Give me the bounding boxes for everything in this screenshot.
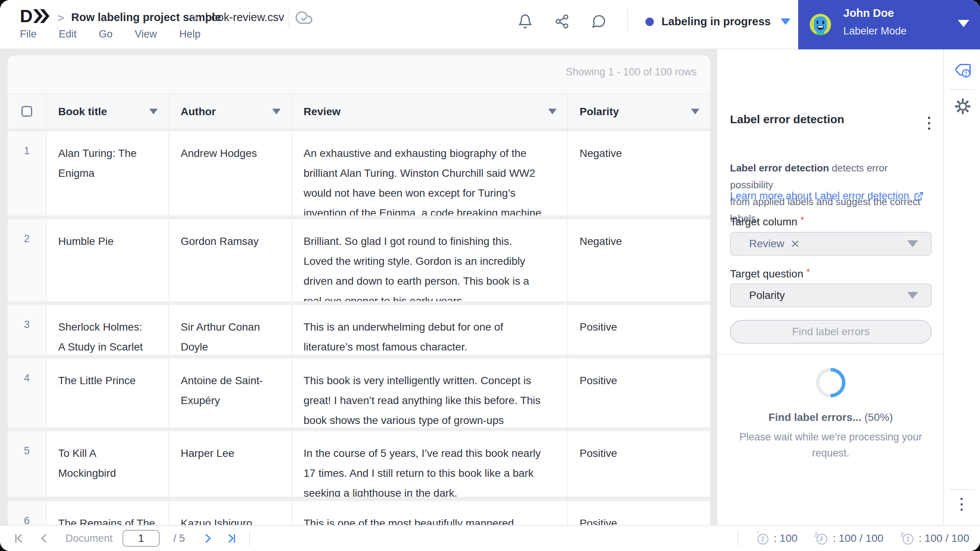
menu-edit[interactable]: Edit	[59, 28, 77, 40]
column-label: Author	[181, 106, 216, 118]
document-pager: Document / 5	[13, 526, 250, 551]
cell-book-title[interactable]: Humble Pie	[46, 219, 168, 301]
row-number: 1	[8, 131, 46, 215]
status-dot	[645, 18, 654, 26]
filter-caret-icon[interactable]	[272, 109, 281, 114]
cell-review[interactable]: This is an underwhelming debut for one o…	[291, 305, 567, 355]
menu-file[interactable]: File	[20, 28, 37, 40]
target-column-chip: Review	[749, 238, 784, 250]
cell-polarity[interactable]: Positive	[567, 501, 710, 525]
rail-divider	[949, 89, 975, 90]
cell-review[interactable]: Brilliant. So glad I got round to finish…	[291, 219, 567, 301]
menu-help[interactable]: Help	[179, 28, 201, 40]
user-caret-icon	[958, 20, 969, 27]
table-row: 4 The Little Prince Antoine de Saint- Ex…	[8, 359, 710, 427]
cell-polarity[interactable]: Positive	[567, 305, 710, 355]
rail-divider	[949, 489, 975, 490]
status-label: Labeling in progress	[662, 15, 771, 28]
select-all-checkbox[interactable]	[21, 106, 32, 117]
column-header-review[interactable]: Review	[291, 95, 567, 129]
logo-d-glyph: D	[20, 8, 33, 24]
logo-chevrons-icon	[33, 9, 50, 23]
row-number: 2	[8, 219, 46, 301]
cell-book-title[interactable]: The Remains of The	[46, 501, 168, 525]
cell-polarity[interactable]: Negative	[567, 131, 710, 215]
svg-text:Σ: Σ	[761, 536, 765, 543]
column-header-polarity[interactable]: Polarity	[567, 95, 710, 129]
filter-caret-icon[interactable]	[548, 109, 557, 114]
table-header-row: Book title Author Review Polarity	[8, 94, 710, 129]
progress-percent: (50%)	[861, 411, 893, 423]
cell-review[interactable]: This is one of the most beautifully mann…	[291, 501, 567, 525]
menu-view[interactable]: View	[135, 28, 157, 40]
cell-book-title[interactable]: The Little Prince	[46, 359, 168, 427]
required-asterisk: *	[806, 267, 810, 277]
menu-go[interactable]: Go	[99, 28, 113, 40]
top-icon-group	[518, 14, 606, 29]
rail-kebab-icon[interactable]	[960, 498, 963, 511]
top-bar: D > Row labeling project sample > book-r…	[0, 0, 980, 49]
comments-icon[interactable]	[591, 14, 606, 29]
panel-divider	[717, 354, 944, 354]
cell-author[interactable]: Andrew Hodges	[168, 131, 291, 215]
notifications-bell-icon[interactable]	[518, 14, 533, 29]
target-column-label: Target column*	[730, 215, 804, 228]
cell-polarity[interactable]: Positive	[567, 359, 710, 427]
row-number: 4	[8, 359, 46, 427]
find-label-errors-button[interactable]: Find label errors	[730, 320, 932, 344]
cell-review[interactable]: An exhaustive and exhausting biography o…	[291, 131, 567, 215]
status-dropdown[interactable]: Labeling in progress	[645, 15, 791, 28]
cell-review[interactable]: In the course of 5 years, I’ve read this…	[291, 431, 567, 497]
breadcrumb-project[interactable]: Row labeling project sample	[71, 11, 221, 24]
cell-author[interactable]: Harper Lee	[168, 431, 291, 497]
column-label: Book title	[58, 106, 107, 118]
column-header-book-title[interactable]: Book title	[46, 95, 168, 129]
svg-text:T: T	[756, 531, 760, 535]
user-panel[interactable]: John Doe Labeler Mode	[798, 0, 980, 49]
menu-bar: File Edit Go View Help	[20, 28, 201, 40]
required-asterisk: *	[800, 215, 804, 225]
last-page-button[interactable]	[225, 532, 238, 544]
column-header-author[interactable]: Author	[168, 95, 291, 129]
prev-page-button[interactable]	[38, 532, 50, 544]
header-divider-2	[627, 8, 628, 33]
progress-spinner	[815, 367, 847, 399]
cell-book-title[interactable]: Alan Turing: The Enigma	[46, 131, 168, 215]
remove-chip-icon[interactable]	[791, 239, 800, 248]
app-logo[interactable]: D	[20, 8, 50, 24]
filter-caret-icon[interactable]	[149, 109, 158, 114]
cell-polarity[interactable]: Positive	[567, 431, 710, 497]
cell-review[interactable]: This book is very intelligently written.…	[291, 359, 567, 427]
cell-author[interactable]: Antoine de Saint- Exupéry	[168, 359, 291, 427]
label-error-detection-tab-icon[interactable]	[954, 62, 972, 79]
panel-menu-kebab-icon[interactable]	[928, 117, 930, 130]
column-label: Review	[304, 106, 341, 118]
breadcrumb-file[interactable]: book-review.csv	[205, 11, 284, 24]
learn-more-label: Learn more about Label error detection	[730, 190, 909, 202]
cell-author[interactable]: Gordon Ramsay	[168, 219, 291, 301]
cloud-saved-icon	[296, 9, 312, 26]
target-question-select[interactable]: Polarity	[730, 284, 932, 307]
settings-gear-icon[interactable]	[954, 98, 972, 115]
stat-value: : 100 / 100	[833, 532, 883, 544]
user-mode: Labeler Mode	[843, 25, 906, 37]
share-icon[interactable]	[554, 14, 570, 29]
cell-author[interactable]: Kazuo Ishiguro	[168, 501, 291, 525]
stat-value: : 100	[774, 532, 797, 544]
next-page-button[interactable]	[202, 532, 214, 544]
table-row: 5 To Kill A Mockingbird Harper Lee In th…	[8, 431, 710, 497]
first-page-button[interactable]	[13, 532, 25, 544]
page-number-input[interactable]	[122, 530, 160, 547]
cell-author[interactable]: Sir Arthur Conan Doyle	[168, 305, 291, 355]
learn-more-link[interactable]: Learn more about Label error detection	[730, 190, 924, 202]
external-link-icon	[914, 191, 924, 201]
filter-caret-icon[interactable]	[691, 109, 699, 114]
cell-polarity[interactable]: Negative	[567, 219, 710, 301]
total-rows-icon: Σ T	[755, 531, 770, 546]
target-column-select[interactable]: Review	[730, 232, 932, 256]
table-row: 6 The Remains of The Kazuo Ishiguro This…	[8, 501, 710, 525]
cell-book-title[interactable]: To Kill A Mockingbird	[46, 431, 168, 497]
panel-title: Label error detection	[730, 113, 844, 126]
page-total: / 5	[173, 533, 185, 544]
cell-book-title[interactable]: Sherlock Holmes: A Study in Scarlet	[46, 305, 168, 355]
